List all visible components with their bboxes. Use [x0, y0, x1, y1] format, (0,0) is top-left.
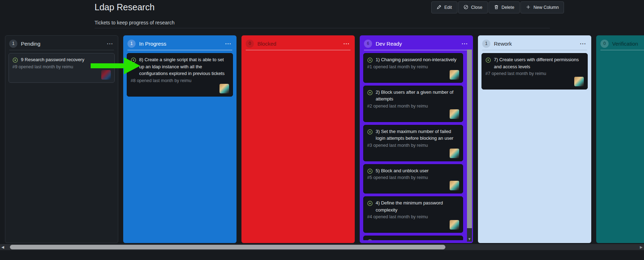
column-count-badge: 0: [600, 40, 609, 48]
pencil-icon: [437, 5, 441, 11]
column-divider: [482, 50, 587, 50]
issue-open-icon: [485, 57, 491, 63]
column-title: Dev Ready: [376, 41, 457, 47]
card-meta: #1 opened last month by reimu: [367, 64, 459, 69]
avatar: [450, 181, 459, 190]
delete-button[interactable]: Delete: [489, 1, 520, 13]
card-meta: #2 opened last month by reimu: [367, 104, 459, 109]
column-dev-ready: 6Dev Ready···1) Changing password non-in…: [360, 35, 473, 243]
column-verification: 0Verification···: [596, 35, 644, 243]
page-title: Ldap Research: [95, 2, 155, 12]
card-title: 8) Create a single script that is able t…: [139, 56, 229, 77]
issue-card[interactable]: 2) Block users after a given number of a…: [363, 86, 463, 122]
column-title: In Progress: [139, 41, 221, 47]
column-divider: [9, 50, 114, 50]
column-header: 1Pending···: [8, 38, 115, 49]
column-rework: 1Rework···7) Create users with different…: [478, 35, 591, 243]
cards-list: 7) Create users with different permissio…: [481, 53, 588, 240]
column-title: Verification: [612, 41, 644, 47]
column-menu-button[interactable]: ···: [579, 41, 587, 47]
column-blocked: 0Blocked···: [241, 35, 355, 243]
card-title: 7) Create users with different permissio…: [494, 56, 584, 70]
card-title-row: 5) Block and unblock user: [367, 167, 459, 174]
horizontal-scrollbar[interactable]: ◀ ▶: [0, 244, 644, 250]
cards-list: 9 Research password recovery#9 opened la…: [8, 53, 115, 240]
board: 1Pending···9 Research password recovery#…: [5, 35, 644, 243]
cards-list: [600, 53, 644, 240]
issue-open-icon: [367, 201, 373, 206]
card-meta: #5 opened last month by reimu: [367, 175, 459, 180]
column-title: Pending: [21, 41, 103, 47]
card-title: 5) Block and unblock user: [376, 167, 429, 174]
card-title-row: 8) Create a single script that is able t…: [131, 56, 229, 77]
issue-card[interactable]: 4) Define the minimum password complexit…: [363, 196, 463, 233]
card-title: 9 Research password recovery: [21, 56, 84, 63]
issue-open-icon: [367, 129, 373, 135]
horizontal-scrollbar-thumb[interactable]: [10, 245, 445, 249]
avatar: [450, 109, 459, 119]
column-scrollbar[interactable]: ▼: [467, 50, 472, 242]
column-menu-button[interactable]: ···: [343, 41, 351, 47]
new-column-button[interactable]: New Column: [520, 1, 564, 13]
avatar: [450, 220, 459, 230]
card-title-row: 3) Set the maximum number of failed logi…: [367, 128, 459, 142]
card-meta: #3 opened last month by reimu: [367, 143, 459, 148]
column-divider: [364, 50, 469, 50]
issue-open-icon: [367, 90, 373, 96]
scroll-down-arrow-icon[interactable]: ▼: [467, 236, 472, 242]
issue-open-icon: [131, 57, 136, 63]
scroll-left-arrow-icon[interactable]: ◀: [1, 244, 4, 250]
column-title: Rework: [494, 41, 576, 47]
issue-card[interactable]: 5) Block and unblock user#5 opened last …: [363, 164, 463, 194]
avatar: [450, 149, 459, 158]
card-title-row: 9 Research password recovery: [12, 56, 111, 63]
new-column-button-label: New Column: [534, 5, 559, 10]
card-title: 4) Define the minimum password complexit…: [376, 200, 459, 213]
column-header: 1Rework···: [481, 38, 588, 49]
column-divider: [127, 50, 232, 50]
card-title-row: 4) Define the minimum password complexit…: [367, 200, 459, 213]
issue-open-icon: [367, 57, 373, 63]
issue-card[interactable]: 7) Create users with different permissio…: [481, 53, 588, 89]
circle-slash-icon: [463, 5, 468, 11]
edit-button[interactable]: Edit: [431, 1, 457, 13]
column-menu-button[interactable]: ···: [106, 41, 114, 47]
column-menu-button[interactable]: ···: [224, 41, 232, 47]
card-meta: #4 opened last month by reimu: [367, 214, 459, 219]
header-divider: [95, 28, 550, 28]
page-subtitle: Tickets to keep progress of research: [95, 20, 175, 25]
issue-card[interactable]: 1) Changing password non-interactively#1…: [363, 53, 463, 83]
avatar: [450, 70, 459, 80]
trash-icon: [494, 5, 499, 11]
issue-card[interactable]: 9 Research password recovery#9 opened la…: [8, 53, 115, 83]
column-count-badge: 1: [9, 40, 17, 48]
column-divider: [600, 50, 644, 50]
delete-button-label: Delete: [502, 5, 514, 10]
card-meta: #8 opened last month by reimu: [131, 78, 229, 83]
issue-card[interactable]: [363, 236, 463, 240]
plus-icon: [526, 5, 531, 11]
issue-card[interactable]: 8) Create a single script that is able t…: [127, 53, 233, 97]
issue-card[interactable]: 3) Set the maximum number of failed logi…: [363, 125, 463, 161]
card-meta: #9 opened last month by reimu: [12, 64, 111, 69]
card-title: 1) Changing password non-interactively: [376, 56, 456, 63]
column-header: 1In Progress···: [127, 38, 233, 49]
column-scrollbar-thumb[interactable]: [467, 50, 472, 228]
scroll-right-arrow-icon[interactable]: ▶: [640, 244, 643, 250]
column-count-badge: 6: [364, 40, 372, 48]
close-button[interactable]: Close: [458, 1, 488, 13]
column-in-progress: 1In Progress···8) Create a single script…: [123, 35, 236, 243]
avatar: [574, 77, 584, 86]
column-pending: 1Pending···9 Research password recovery#…: [5, 35, 118, 243]
card-title-row: 2) Block users after a given number of a…: [367, 89, 459, 103]
column-header: 0Verification···: [600, 38, 644, 49]
column-count-badge: 1: [127, 40, 136, 48]
column-menu-button[interactable]: ···: [461, 41, 469, 47]
column-count-badge: 0: [246, 40, 254, 48]
close-button-label: Close: [471, 5, 483, 10]
column-title: Blocked: [257, 41, 339, 47]
board-toolbar: Edit Close Delete New Column: [431, 1, 564, 13]
column-divider: [246, 50, 351, 50]
edit-button-label: Edit: [444, 5, 452, 10]
cards-list: 1) Changing password non-interactively#1…: [363, 53, 463, 240]
